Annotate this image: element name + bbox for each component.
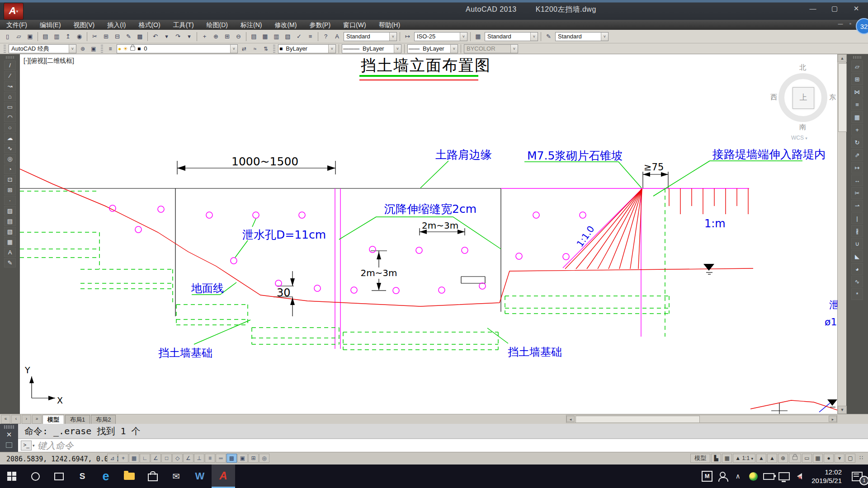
zoom-window-button[interactable]: ⊞ — [222, 31, 232, 42]
scale-button[interactable]: ⇗ — [851, 149, 863, 161]
quick-calc-button[interactable]: ≡ — [305, 31, 316, 42]
arc-button[interactable]: ◠ — [4, 113, 16, 122]
layer-previous-button[interactable]: ≈ — [250, 44, 260, 53]
action-center-button[interactable]: 1 — [846, 465, 868, 488]
color-combo[interactable]: ■ ByLayer˅ — [278, 44, 336, 53]
menu-item-11[interactable]: 窗口(W) — [337, 20, 373, 30]
lineweight-display-toggle[interactable]: ═ — [216, 454, 226, 463]
offset-button[interactable]: ≡ — [851, 99, 863, 110]
line-button[interactable]: / — [4, 61, 16, 70]
add-selected-button[interactable]: ✎ — [4, 258, 16, 267]
undo-button[interactable]: ↶ — [150, 31, 160, 42]
view-cube[interactable]: 北 西 东 南 上 WCS ▾ — [770, 63, 838, 149]
region-button[interactable]: ▧ — [4, 227, 16, 236]
copy-clip-button[interactable]: ⊞ — [101, 31, 111, 42]
layer-states-button[interactable]: ⇅ — [261, 44, 271, 53]
command-input-placeholder[interactable]: 键入命令 — [38, 440, 74, 452]
tab-nav-4[interactable]: » — [32, 415, 42, 424]
block-editor-button[interactable]: ▩ — [135, 31, 145, 42]
erase-button[interactable]: ▱ — [851, 61, 863, 72]
linetype-combo[interactable]: ——— ByLayer˅ — [342, 44, 401, 53]
annotation-monitor-toggle[interactable]: ◎ — [259, 454, 269, 463]
table-style-combo[interactable]: Standard˅ — [485, 32, 538, 41]
selection-cycling-toggle[interactable]: ⊞ — [248, 454, 259, 463]
minimize-button[interactable]: — — [803, 3, 823, 14]
tray-battery[interactable] — [761, 465, 776, 488]
layer-properties-manager-button[interactable]: ≡ — [105, 44, 115, 53]
array-button[interactable]: ▦ — [851, 111, 863, 123]
scroll-left-arrow[interactable]: ◂ — [566, 416, 575, 422]
viewcube-east-label[interactable]: 东 — [829, 93, 836, 102]
command-window-grip[interactable]: ✕ — [0, 424, 18, 452]
pan-button[interactable]: + — [199, 31, 210, 42]
infer-constraints-toggle[interactable]: ⊿ — [107, 454, 118, 463]
text-style-combo[interactable]: Standard˅ — [344, 32, 397, 41]
tray-hidden-icons[interactable]: ∧ — [730, 465, 745, 488]
object-snap-tracking-toggle[interactable]: ∠ — [183, 454, 193, 463]
break-at-point-button[interactable]: | — [851, 212, 863, 224]
mirror-button[interactable]: ⋈ — [851, 86, 863, 98]
quick-properties-toggle[interactable]: ▣ — [237, 454, 248, 463]
workspace-save-button[interactable]: ▣ — [89, 44, 99, 53]
paste-button[interactable]: ⊟ — [112, 31, 123, 42]
markup-set-manager-button[interactable]: ✓ — [294, 31, 304, 42]
create-block-button[interactable]: ⊞ — [4, 185, 16, 195]
chamfer-button[interactable]: ◣ — [851, 250, 863, 262]
extend-button[interactable]: ⇀ — [851, 200, 863, 211]
revision-cloud-button[interactable]: ☁ — [4, 133, 16, 143]
trim-button[interactable]: ✂ — [851, 187, 863, 199]
tab-nav-2[interactable]: ‹ — [11, 415, 21, 424]
menu-item-4[interactable]: 插入(I) — [101, 20, 132, 30]
break-button[interactable]: ∦ — [851, 225, 863, 237]
taskbar-item-word[interactable]: W — [188, 465, 212, 488]
taskbar-item-explorer[interactable] — [118, 465, 141, 488]
mleader-style-combo[interactable]: Standard˅ — [555, 32, 609, 41]
explode-button[interactable]: * — [851, 288, 863, 300]
vertical-scrollbar[interactable]: ▲ ▼ — [837, 54, 846, 414]
tray-volume-muted[interactable]: ✕ — [792, 465, 807, 488]
taskbar-item-sogou[interactable]: S — [71, 465, 94, 488]
doc-window-control-2[interactable]: ▫ — [845, 21, 855, 26]
rotate-button[interactable]: ↻ — [851, 136, 863, 148]
taskbar-item-autocad-active[interactable]: A — [212, 465, 235, 488]
tab-模型[interactable]: 模型 — [42, 415, 64, 424]
tray-display[interactable] — [776, 465, 792, 488]
model-space-button[interactable]: 模型 — [690, 454, 710, 463]
menu-item-2[interactable]: 编辑(E) — [33, 20, 67, 30]
maximize-button[interactable]: ▢ — [825, 3, 844, 14]
zoom-realtime-button[interactable]: ⊕ — [211, 31, 221, 42]
ellipse-button[interactable]: ◎ — [4, 154, 16, 164]
redo-dropdown-button[interactable]: ▾ — [184, 31, 194, 42]
tray-m-app[interactable]: M — [699, 465, 715, 488]
taskbar-item-store[interactable] — [141, 465, 165, 488]
3d-object-snap-toggle[interactable]: ◇ — [172, 454, 183, 463]
zoom-previous-button[interactable]: ⊖ — [233, 31, 244, 42]
dynamic-input-toggle[interactable]: ≡ — [205, 454, 215, 463]
menu-item-5[interactable]: 格式(O) — [132, 20, 166, 30]
blend-curves-button[interactable]: ∿ — [851, 276, 863, 287]
publish-button[interactable]: ↥ — [63, 31, 73, 42]
tray-360-safe[interactable] — [745, 465, 761, 488]
tray-people[interactable] — [715, 465, 730, 488]
horizontal-scroll-thumb[interactable] — [576, 416, 700, 423]
spline-button[interactable]: ∿ — [4, 144, 16, 153]
lineweight-combo[interactable]: —— ByLayer˅ — [407, 44, 458, 53]
redo-button[interactable]: ↷ — [173, 31, 183, 42]
close-button[interactable]: ✕ — [846, 3, 866, 14]
design-center-button[interactable]: ▦ — [260, 31, 270, 42]
tab-布局2[interactable]: 布局2 — [91, 415, 116, 424]
lengthen-button[interactable]: ↔ — [851, 174, 863, 186]
tab-nav-3[interactable]: › — [22, 415, 31, 424]
menu-item-10[interactable]: 参数(P) — [303, 20, 337, 30]
viewcube-west-label[interactable]: 西 — [770, 93, 777, 102]
snap-mode-toggle[interactable]: + — [118, 454, 128, 463]
command-prompt-icon[interactable]: >_ — [21, 441, 32, 450]
polyline-button[interactable]: ↝ — [4, 81, 16, 91]
tool-palettes-button[interactable]: ▥ — [271, 31, 282, 42]
plot-preview-button[interactable]: ▥ — [52, 31, 62, 42]
toolbar-lock-button[interactable] — [789, 454, 801, 463]
help-button[interactable]: ? — [321, 31, 331, 42]
viewcube-north-label[interactable]: 北 — [799, 63, 806, 72]
gradient-button[interactable]: ▤ — [4, 216, 16, 226]
ortho-mode-toggle[interactable]: ∟ — [140, 454, 150, 463]
